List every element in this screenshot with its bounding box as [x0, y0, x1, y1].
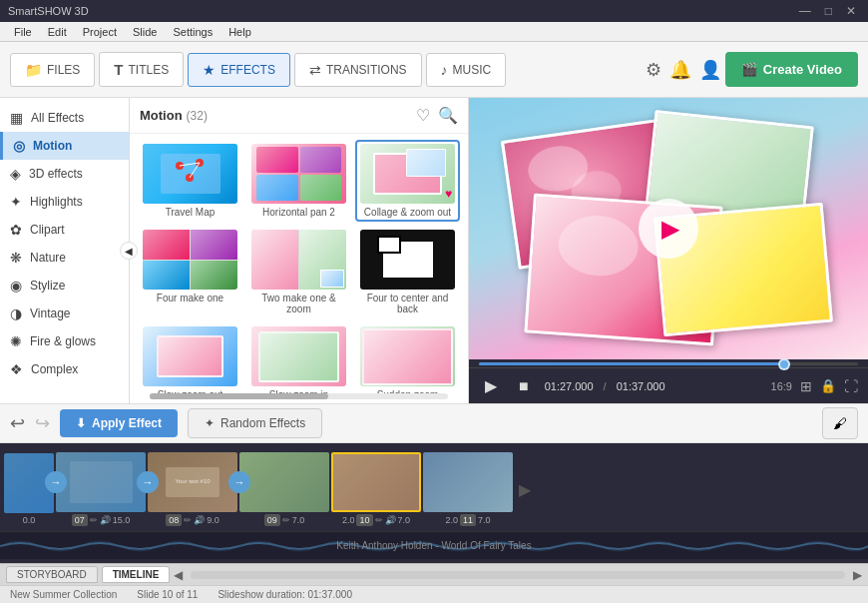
time-separator: /: [604, 380, 607, 392]
menu-project[interactable]: Project: [75, 26, 125, 38]
effect-sudden-zoom[interactable]: Sudden zoom: [355, 322, 460, 393]
vintage-icon: ◑: [10, 305, 22, 321]
tab-music[interactable]: ♪ MUSIC: [426, 53, 507, 87]
slide-more-hint: ▶: [515, 459, 535, 519]
tab-scroll-right[interactable]: ▶: [853, 568, 862, 582]
sidebar-complex-label: Complex: [31, 362, 78, 376]
effect-horizontal-pan[interactable]: Horizontal pan 2: [246, 140, 351, 222]
sidebar-item-nature[interactable]: ❋ Nature: [0, 244, 129, 272]
undo-btn[interactable]: ↩: [10, 412, 25, 434]
effect-slow-zoom-in[interactable]: Slow zoom in: [246, 322, 351, 393]
effects-header: Motion (32) ♡ 🔍: [130, 98, 468, 134]
clipart-icon: ✿: [10, 222, 22, 238]
main-toolbar: 📁 FILES T TITLES ★ EFFECTS ⇄ TRANSITIONS…: [0, 42, 868, 98]
sidebar-item-highlights[interactable]: ✦ Highlights: [0, 188, 129, 216]
right-panel: ▶ ■ 01:27.000 / 01:37.000 16:9 ⊞ 🔒 ⛶: [469, 98, 868, 403]
preview-panel: [469, 98, 868, 359]
favorites-icon[interactable]: ♡: [416, 106, 430, 125]
menu-slide[interactable]: Slide: [125, 26, 165, 38]
tab-files[interactable]: 📁 FILES: [10, 53, 95, 87]
effect-four-make-one[interactable]: Four make one: [138, 226, 242, 318]
tab-timeline[interactable]: TIMELINE: [102, 566, 171, 583]
effect-four-center-label: Four to center and back: [359, 293, 456, 314]
menu-help[interactable]: Help: [220, 26, 259, 38]
fullscreen-icon[interactable]: ⛶: [844, 378, 858, 394]
timeline-slides: 0.0 → 07 ✏ 🔊 15.0: [0, 443, 868, 531]
sidebar-item-stylize[interactable]: ◉ Stylize: [0, 272, 129, 300]
tab-scroll-left[interactable]: ◀: [174, 568, 183, 582]
effect-four-make-one-label: Four make one: [157, 293, 223, 303]
tab-effects[interactable]: ★ EFFECTS: [188, 53, 290, 87]
random-effects-button[interactable]: ✦ Random Effects: [188, 408, 322, 438]
account-icon[interactable]: 👤: [699, 59, 721, 81]
menu-edit[interactable]: Edit: [40, 26, 75, 38]
apply-effect-button[interactable]: ⬇ Apply Effect: [60, 409, 178, 437]
effects-scrollbar[interactable]: [150, 393, 448, 399]
window-view-icon[interactable]: ⊞: [800, 378, 812, 394]
effect-travel-map[interactable]: Travel Map: [138, 140, 242, 222]
tab-titles[interactable]: T TITLES: [99, 52, 184, 87]
effects-grid: Travel Map: [130, 134, 468, 393]
create-video-label: Create Video: [763, 62, 842, 77]
lock-icon[interactable]: 🔒: [820, 378, 836, 393]
collection-name: New Summer Collection: [10, 589, 117, 600]
minimize-btn[interactable]: —: [795, 4, 815, 18]
slide-item-09[interactable]: → 09 ✏ 7.0: [239, 452, 329, 526]
effect-collage-zoom[interactable]: ♥ Collage & zoom out: [355, 140, 460, 222]
sidebar-item-clipart[interactable]: ✿ Clipart: [0, 216, 129, 244]
effect-two-make-zoom-label: Two make one & zoom: [250, 293, 347, 314]
transitions-icon: ⇄: [309, 62, 321, 78]
maximize-btn[interactable]: □: [821, 4, 836, 18]
menu-settings[interactable]: Settings: [165, 26, 220, 38]
menu-file[interactable]: File: [6, 26, 40, 38]
settings-icon[interactable]: ⚙: [646, 59, 661, 81]
highlights-icon: ✦: [10, 194, 22, 210]
sidebar-motion-label: Motion: [33, 139, 72, 153]
brush-button[interactable]: 🖌: [822, 407, 858, 439]
tab-storyboard[interactable]: STORYBOARD: [6, 566, 98, 583]
app-title: SmartSHOW 3D: [8, 5, 89, 17]
slide-item-07[interactable]: → 07 ✏ 🔊 15.0: [56, 452, 146, 526]
sidebar-3d-effects-label: 3D effects: [29, 167, 83, 181]
preview-container: [469, 98, 868, 359]
slide-item-partial-left: 0.0: [4, 453, 54, 525]
create-video-button[interactable]: 🎬 Create Video: [725, 52, 858, 87]
effect-four-center[interactable]: Four to center and back: [355, 226, 460, 318]
redo-btn[interactable]: ↪: [35, 412, 50, 434]
sidebar-item-motion[interactable]: ◎ Motion: [0, 132, 129, 160]
effects-icon: ★: [203, 62, 216, 78]
sidebar-item-all-effects[interactable]: ▦ All Effects: [0, 104, 129, 132]
close-btn[interactable]: ✕: [842, 4, 860, 18]
search-icon[interactable]: 🔍: [438, 106, 458, 125]
sidebar-item-complex[interactable]: ❖ Complex: [0, 355, 129, 383]
tab-effects-label: EFFECTS: [220, 63, 275, 77]
tab-transitions[interactable]: ⇄ TRANSITIONS: [294, 53, 422, 87]
preview-play-button[interactable]: [639, 199, 698, 259]
stop-button[interactable]: ■: [513, 375, 535, 397]
sidebar-item-fire-glows[interactable]: ✺ Fire & glows: [0, 327, 129, 355]
sidebar-item-3d-effects[interactable]: ◈ 3D effects: [0, 160, 129, 188]
slide-item-08[interactable]: → Your text #10 08 ✏ 🔊 9.0: [148, 452, 237, 526]
tabbar-scrollbar[interactable]: [191, 571, 845, 579]
motion-icon: ◎: [13, 138, 25, 154]
play-button[interactable]: ▶: [479, 374, 503, 397]
complex-icon: ❖: [10, 361, 23, 377]
ratio-label: 16:9: [771, 380, 792, 392]
music-icon: ♪: [441, 62, 448, 78]
sidebar: ▦ All Effects ◎ Motion ◈ 3D effects ✦ Hi…: [0, 98, 130, 403]
notifications-icon[interactable]: 🔔: [669, 59, 691, 81]
sidebar-item-vintage[interactable]: ◑ Vintage: [0, 300, 129, 327]
stylize-icon: ◉: [10, 278, 22, 294]
transport-progress-bar[interactable]: [469, 359, 868, 367]
sidebar-vintage-label: Vintage: [30, 306, 70, 320]
play-overlay: [469, 98, 868, 359]
time-total: 01:37.000: [617, 380, 665, 392]
slideshow-duration: Slideshow duration: 01:37.000: [217, 589, 352, 600]
titlebar: SmartSHOW 3D — □ ✕: [0, 0, 868, 22]
slide-item-10[interactable]: 2.0 10 ✏ 🔊 7.0: [331, 452, 421, 526]
effect-slow-zoom-out[interactable]: Slow zoom out: [138, 322, 242, 393]
collapse-arrow[interactable]: ◀: [120, 242, 138, 260]
slide-item-11[interactable]: 2.0 11 7.0: [423, 452, 513, 526]
sidebar-fire-glows-label: Fire & glows: [30, 334, 96, 348]
effect-two-make-zoom[interactable]: Two make one & zoom: [246, 226, 351, 318]
